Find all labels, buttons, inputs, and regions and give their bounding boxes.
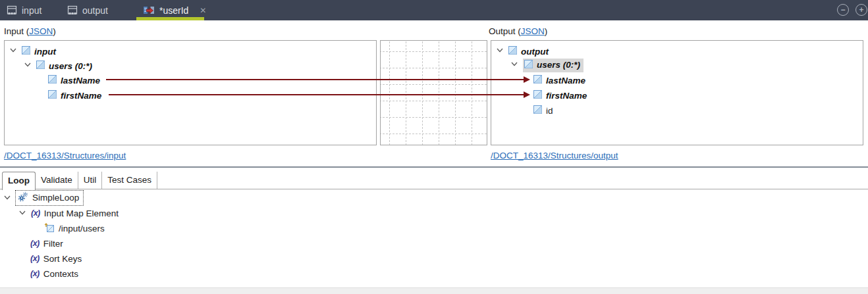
editor-tab-bar: input output: [0, 0, 868, 20]
gears-icon: [18, 191, 28, 204]
chevron-down-icon[interactable]: [510, 59, 519, 71]
title-text: Output (: [489, 26, 521, 36]
tree-node-input-users[interactable]: users (0:*): [23, 59, 92, 72]
node-label: input: [34, 47, 56, 57]
tab-util[interactable]: Util: [78, 172, 103, 189]
node-label: Contexts: [43, 269, 78, 279]
output-tree-panel: output users (0:*) lastName firstNa: [491, 40, 863, 145]
node-label: firstName: [546, 91, 587, 101]
tree-node-sort-keys[interactable]: (x) Sort Keys: [30, 252, 82, 265]
function-icon: (x): [30, 239, 40, 248]
tree-node-contexts[interactable]: (x) Contexts: [30, 267, 78, 280]
tree-node-input-lastname[interactable]: lastName: [48, 74, 100, 87]
node-label: output: [521, 47, 549, 57]
node-label: firstName: [61, 91, 101, 101]
tab-validate[interactable]: Validate: [36, 172, 78, 189]
title-text: ): [53, 26, 56, 36]
node-label: lastName: [546, 76, 585, 86]
title-text: Input (: [4, 26, 29, 36]
tab-test-cases[interactable]: Test Cases: [102, 172, 157, 189]
node-label: Input Map Element: [44, 208, 119, 218]
tree-node-filter[interactable]: (x) Filter: [30, 237, 63, 250]
tab-label: input: [22, 5, 41, 16]
tree-node-simpleloop[interactable]: SimpleLoop: [3, 191, 83, 205]
bottom-tab-bar: Loop Validate Util Test Cases: [2, 172, 157, 190]
element-icon: [48, 74, 57, 86]
close-icon[interactable]: ✕: [200, 7, 206, 14]
node-label: /input/users: [59, 224, 105, 233]
chevron-down-icon[interactable]: [3, 193, 12, 204]
tree-node-output-root[interactable]: output: [495, 45, 549, 58]
tab-userid[interactable]: *userId ✕: [136, 0, 204, 20]
tree-node-input-users-ref[interactable]: /input/users: [44, 222, 105, 235]
chevron-down-icon[interactable]: [23, 60, 32, 72]
chevron-down-icon[interactable]: [495, 45, 504, 57]
output-panel-title: Output (JSON): [489, 26, 547, 36]
function-icon: (x): [31, 208, 40, 218]
structure-icon: [7, 5, 17, 16]
tree-node-output-lastname[interactable]: lastName: [533, 74, 585, 87]
output-structure-link[interactable]: /DOCT_16313/Structures/output: [491, 151, 618, 160]
element-icon: [508, 45, 517, 57]
input-structure-link[interactable]: /DOCT_16313/Structures/input: [4, 151, 126, 160]
chevron-down-icon[interactable]: [9, 45, 18, 57]
input-json-link[interactable]: JSON: [29, 26, 53, 36]
node-label: Filter: [43, 239, 63, 249]
input-panel-title: Input (JSON): [4, 26, 56, 36]
mapping-line-firstname[interactable]: [109, 94, 524, 95]
selected-node-highlight: users (0:*): [523, 59, 583, 72]
tree-node-input-map-element[interactable]: (x) Input Map Element: [18, 207, 119, 220]
tab-loop[interactable]: Loop: [2, 172, 36, 190]
tree-node-output-id[interactable]: id: [533, 104, 553, 117]
tab-output[interactable]: output: [67, 0, 108, 20]
tab-input[interactable]: input: [7, 0, 41, 20]
maximize-icon[interactable]: +: [855, 4, 867, 16]
element-icon: [524, 59, 533, 71]
mapping-canvas[interactable]: [380, 40, 487, 145]
node-label: Sort Keys: [43, 254, 82, 264]
structure-icon: [67, 5, 78, 16]
chevron-down-icon[interactable]: [18, 208, 27, 219]
mapper-editor: input output: [0, 0, 868, 294]
mapping-icon: [143, 5, 155, 16]
element-icon: [48, 89, 57, 101]
input-tree-panel: input users (0:*) lastName firstName: [4, 40, 377, 145]
node-label: lastName: [61, 76, 100, 86]
node-label: users (0:*): [49, 61, 92, 71]
tab-label: *userId: [159, 5, 188, 16]
element-icon: [36, 60, 45, 72]
output-json-link[interactable]: JSON: [521, 26, 545, 36]
element-icon: [533, 89, 542, 101]
title-text: ): [545, 26, 548, 36]
node-label: SimpleLoop: [32, 193, 79, 203]
status-bar: [0, 287, 868, 294]
function-icon: (x): [30, 254, 40, 263]
tree-node-output-firstname[interactable]: firstName: [533, 89, 587, 102]
element-reference-icon: [44, 222, 55, 235]
tree-node-input-firstname[interactable]: firstName: [48, 89, 101, 102]
minimize-icon[interactable]: −: [837, 4, 849, 16]
node-label: id: [546, 106, 553, 116]
node-label: users (0:*): [537, 60, 580, 70]
element-icon: [533, 74, 542, 86]
mapping-arrowhead: [524, 76, 530, 83]
active-tab-underline: [136, 17, 204, 20]
mapping-line-lastname[interactable]: [106, 79, 524, 80]
tree-node-input-root[interactable]: input: [9, 45, 56, 58]
mapping-arrowhead: [524, 91, 530, 98]
tree-node-output-users[interactable]: users (0:*): [510, 59, 583, 72]
focused-node: SimpleLoop: [16, 191, 83, 205]
function-icon: (x): [30, 269, 40, 278]
element-icon: [22, 45, 30, 57]
horizontal-sash[interactable]: [0, 166, 868, 168]
element-icon: [533, 105, 542, 116]
tab-label: output: [82, 5, 108, 16]
